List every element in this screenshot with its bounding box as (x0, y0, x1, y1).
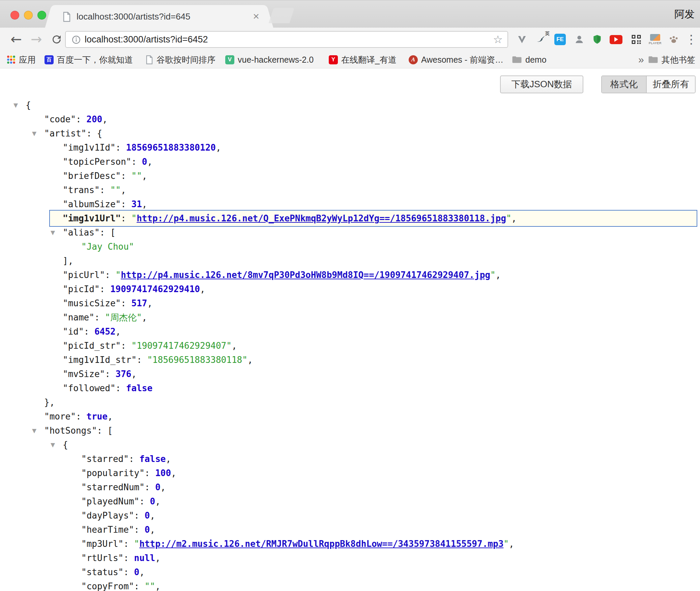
json-line: "copyFrom": "", (0, 579, 700, 591)
collapse-toggle-icon[interactable]: ▼ (51, 438, 55, 452)
collapse-toggle-icon[interactable]: ▼ (13, 98, 18, 112)
json-punctuation: [ (110, 227, 116, 238)
json-key: "musicSize" (63, 298, 121, 308)
json-line: "more": true, (0, 409, 700, 424)
format-button[interactable]: 格式化 (602, 76, 647, 93)
json-number: 0 (134, 567, 140, 577)
bookmarks-bar: 应用 百 百度一下，你就知道 谷歌按时间排序 V vue-hackernews-… (0, 51, 700, 68)
json-line: "mp3Url": "http://m2.music.126.net/RMJR7… (0, 537, 700, 551)
bookmark-vue-hackernews[interactable]: V vue-hackernews-2.0 (225, 51, 314, 68)
json-punctuation: : (105, 369, 115, 379)
json-punctuation: : (94, 312, 105, 322)
extension-qrcode-icon[interactable] (629, 32, 644, 47)
json-number: 200 (86, 114, 102, 124)
json-link[interactable]: http://p4.music.126.net/Q_ExePNkmqB2yWyL… (137, 213, 506, 223)
bookmark-awesomes[interactable]: A Awesomes - 前端资… (409, 51, 503, 68)
json-key: "dayPlays" (81, 510, 134, 521)
download-json-button[interactable]: 下载JSON数据 (500, 75, 583, 93)
bookmark-youdao-translate[interactable]: Y 在线翻译_有道 (329, 51, 397, 68)
json-line: ▼"alias": [ (0, 225, 700, 240)
bookmark-demo-folder[interactable]: demo (512, 51, 547, 68)
tab-close-icon[interactable]: × (253, 5, 259, 27)
other-bookmarks-folder[interactable]: 其他书签 (648, 51, 695, 68)
json-keyword: false (126, 383, 152, 393)
json-punctuation: , (121, 185, 126, 195)
json-punctuation: : (145, 468, 155, 478)
json-punctuation: : (145, 482, 155, 492)
json-punctuation: : (97, 426, 108, 436)
json-line: "musicSize": 517, (0, 296, 700, 310)
json-number: 6452 (94, 326, 116, 337)
reload-button[interactable] (49, 28, 64, 51)
json-punctuation: , (142, 171, 147, 181)
json-link[interactable]: http://p4.music.126.net/8mv7qP30Pd3oHW8b… (121, 270, 490, 280)
collapse-toggle-icon[interactable]: ▼ (32, 424, 36, 438)
window-close-button[interactable] (10, 11, 19, 20)
json-line: "img1v1Id_str": "18569651883380118", (0, 353, 700, 367)
new-tab-button[interactable] (269, 8, 295, 23)
json-punctuation: : (121, 298, 131, 308)
json-key: "followed" (63, 383, 116, 393)
json-punctuation: { (63, 440, 68, 450)
bookmark-google-sort[interactable]: 谷歌按时间排序 (146, 51, 215, 68)
collapse-toggle-icon[interactable]: ▼ (32, 126, 36, 141)
json-line: "followed": false (0, 381, 700, 395)
apps-grid-icon (7, 55, 16, 64)
extension-shield-icon[interactable] (590, 32, 605, 47)
json-punctuation: , (132, 369, 137, 379)
profile-name[interactable]: 阿发 (674, 0, 695, 28)
extension-fehelper-icon[interactable]: FE (553, 32, 567, 47)
json-line: "briefDesc": "", (0, 169, 700, 183)
json-line: "starred": false, (0, 452, 700, 466)
bookmark-label: 谷歌按时间排序 (156, 54, 215, 65)
browser-menu-button[interactable]: ⋮ (684, 28, 698, 51)
forward-button: → (29, 28, 44, 51)
bookmark-baidu[interactable]: 百 百度一下，你就知道 (45, 51, 133, 68)
url-text[interactable]: localhost:3000/artists?id=6452 (85, 32, 208, 47)
json-quote: " (490, 270, 496, 280)
json-punctuation: : (116, 383, 126, 393)
window-minimize-button[interactable] (24, 11, 33, 20)
back-button[interactable]: ← (9, 28, 24, 51)
extension-v-icon[interactable] (515, 32, 529, 47)
bookmark-label: demo (525, 55, 547, 65)
collapse-all-button[interactable]: 折叠所有 (647, 76, 695, 93)
collapse-toggle-icon[interactable]: ▼ (51, 225, 55, 240)
extension-person-icon[interactable] (572, 32, 587, 47)
json-quote: " (132, 213, 137, 223)
json-number: 31 (132, 199, 142, 209)
browser-tab[interactable]: localhost:3000/artists?id=645 × (53, 5, 265, 28)
bookmarks-overflow-chevron[interactable]: » (638, 51, 644, 68)
json-link[interactable]: http://m2.music.126.net/RMJR7wDullRqppBk… (139, 539, 503, 549)
json-key: "img1v1Id_str" (63, 355, 137, 365)
json-punctuation: : (123, 539, 134, 549)
json-punctuation: : (121, 341, 131, 351)
tab-title: localhost:3000/artists?id=645 (77, 5, 238, 28)
extension-paw-icon[interactable] (666, 32, 681, 47)
json-punctuation: , (142, 312, 147, 322)
json-punctuation: , (166, 454, 171, 464)
json-line: "popularity": 100, (0, 466, 700, 480)
json-punctuation: : (116, 143, 126, 153)
bookmark-star-icon[interactable]: ☆ (493, 32, 503, 47)
page-content: 下载JSON数据 格式化 折叠所有 ▼{"code": 200,▼"artist… (0, 68, 700, 591)
json-punctuation: , (150, 510, 155, 521)
json-line: "status": 0, (0, 565, 700, 579)
json-key: "hearTime" (81, 525, 134, 535)
json-punctuation: : (123, 567, 134, 577)
translate-badge: 英 (545, 31, 550, 36)
bookmark-apps[interactable]: 应用 (7, 51, 36, 68)
bookmark-label: Awesomes - 前端资… (421, 54, 503, 65)
address-bar[interactable]: localhost:3000/artists?id=6452 ☆ (65, 31, 508, 48)
extension-translate-bird-icon[interactable]: 英 (533, 32, 548, 47)
window-zoom-button[interactable] (37, 11, 46, 20)
extension-player-icon[interactable]: PLAYER (648, 32, 663, 47)
json-punctuation: , (116, 326, 121, 337)
json-line: ▼{ (0, 98, 700, 112)
json-key: "code" (44, 114, 76, 124)
json-punctuation: : (84, 326, 94, 337)
page-info-icon[interactable] (72, 35, 81, 45)
json-key: "id" (63, 326, 84, 337)
json-punctuation: , (200, 284, 205, 294)
extension-youtube-icon[interactable] (609, 32, 623, 47)
